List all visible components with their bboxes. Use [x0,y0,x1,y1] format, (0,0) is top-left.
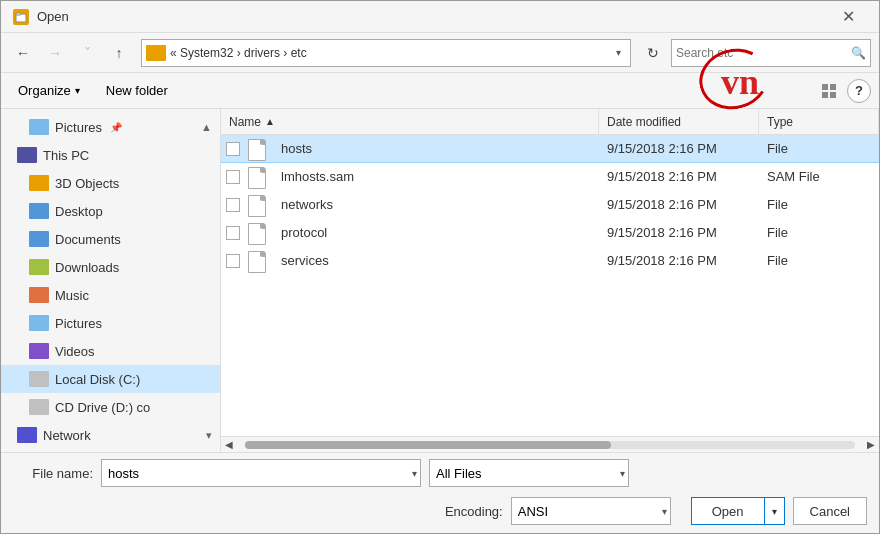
sidebar-item-videos[interactable]: Videos [1,337,220,365]
sidebar-item-documents[interactable]: Documents [1,225,220,253]
file-type-networks: File [759,197,879,212]
sidebar-label-pictures2: Pictures [55,316,102,331]
back-button[interactable]: ← [9,39,37,67]
bottom-panel: File name: ▾ All Files Text Files (*.txt… [1,452,879,533]
address-path: « System32 › drivers › etc [170,46,610,60]
forward-button: → [41,39,69,67]
organize-button[interactable]: Organize ▾ [9,78,89,103]
organize-label: Organize [18,83,71,98]
search-input[interactable] [676,46,851,60]
file-icon-lmhosts [245,167,269,187]
open-dropdown-button[interactable]: ▾ [765,497,785,525]
close-button[interactable]: ✕ [825,1,871,33]
checkbox-hosts[interactable] [226,142,240,156]
file-item-services[interactable]: services 9/15/2018 2:16 PM File [221,247,879,275]
filetype-select[interactable]: All Files Text Files (*.txt) Log Files (… [429,459,629,487]
scroll-up-arrow[interactable]: ▲ [201,121,212,133]
scrollbar-track[interactable] [245,441,855,449]
encoding-wrapper: ANSI UTF-8 Unicode ▾ [511,497,671,525]
sidebar-item-pictures-top[interactable]: Pictures 📌 ▲ [1,113,220,141]
file-checkbox-networks[interactable] [221,198,245,212]
sidebar-label-desktop: Desktop [55,204,103,219]
main-content: Pictures 📌 ▲ This PC 3D Objects Desktop [1,109,879,452]
sidebar-label-documents: Documents [55,232,121,247]
scroll-right-arrow[interactable]: ▶ [863,437,879,453]
scroll-left-arrow[interactable]: ◀ [221,437,237,453]
sidebar-item-downloads[interactable]: Downloads [1,253,220,281]
file-checkbox-lmhosts[interactable] [221,170,245,184]
file-type-protocol: File [759,225,879,240]
up-button[interactable]: ↑ [105,39,133,67]
address-toolbar: ← → ˅ ↑ « System32 › drivers › etc ▾ ↻ 🔍 [1,33,879,73]
file-checkbox-hosts[interactable] [221,142,245,156]
sidebar-item-pictures2[interactable]: Pictures [1,309,220,337]
checkbox-protocol[interactable] [226,226,240,240]
encoding-select[interactable]: ANSI UTF-8 Unicode [511,497,671,525]
file-list-header: Name ▲ Date modified Type [221,109,879,135]
col-header-name[interactable]: Name ▲ [221,109,599,134]
cancel-button[interactable]: Cancel [793,497,867,525]
address-bar[interactable]: « System32 › drivers › etc ▾ [141,39,631,67]
file-list-container: Name ▲ Date modified Type [221,109,879,452]
svg-rect-4 [822,92,828,98]
search-icon[interactable]: 🔍 [851,46,866,60]
refresh-button[interactable]: ↻ [639,39,667,67]
file-icon-protocol [245,223,269,243]
sort-arrow-icon: ▲ [265,116,275,127]
downloads-icon [29,259,49,275]
sidebar-item-this-pc[interactable]: This PC [1,141,220,169]
file-item-hosts[interactable]: hosts 9/15/2018 2:16 PM File [221,135,879,163]
file-item-lmhosts[interactable]: lmhosts.sam 9/15/2018 2:16 PM SAM File [221,163,879,191]
filename-label: File name: [13,466,93,481]
file-name-lmhosts: lmhosts.sam [273,169,599,184]
svg-rect-1 [16,13,21,15]
scrollbar-thumb[interactable] [245,441,611,449]
address-dropdown-arrow[interactable]: ▾ [610,47,626,58]
videos-icon [29,343,49,359]
search-bar[interactable]: 🔍 [671,39,871,67]
help-button[interactable]: ? [847,79,871,103]
new-folder-button[interactable]: New folder [97,78,177,103]
sidebar-label-music: Music [55,288,89,303]
sidebar-item-music[interactable]: Music [1,281,220,309]
sidebar-item-network[interactable]: Network ▾ [1,421,220,449]
sidebar-item-3d-objects[interactable]: 3D Objects [1,169,220,197]
open-button[interactable]: Open [691,497,765,525]
sidebar-item-desktop[interactable]: Desktop [1,197,220,225]
horizontal-scrollbar[interactable]: ◀ ▶ [221,436,879,452]
file-item-networks[interactable]: networks 9/15/2018 2:16 PM File [221,191,879,219]
3d-objects-icon [29,175,49,191]
pin-icon: 📌 [110,122,122,133]
file-checkbox-protocol[interactable] [221,226,245,240]
col-header-type[interactable]: Type [759,109,879,134]
col-header-date[interactable]: Date modified [599,109,759,134]
sidebar: Pictures 📌 ▲ This PC 3D Objects Desktop [1,109,221,452]
title-bar-left: Open [13,9,69,25]
file-list-scroll[interactable]: hosts 9/15/2018 2:16 PM File lmhosts.sam… [221,135,879,436]
pictures-icon [29,119,49,135]
file-type-lmhosts: SAM File [759,169,879,184]
action-buttons: Open ▾ Cancel [691,497,867,525]
encoding-row: Encoding: ANSI UTF-8 Unicode ▾ Open ▾ Ca… [1,493,879,533]
svg-rect-2 [822,84,828,90]
toolbar2-right: ? [815,77,871,105]
sidebar-label-downloads: Downloads [55,260,119,275]
checkbox-lmhosts[interactable] [226,170,240,184]
sidebar-label-pictures-top: Pictures [55,120,102,135]
file-type-hosts: File [759,141,879,156]
dialog-title: Open [37,9,69,24]
sidebar-item-cd-drive[interactable]: CD Drive (D:) co [1,393,220,421]
sidebar-item-local-disk[interactable]: Local Disk (C:) [1,365,220,393]
view-button[interactable] [815,77,843,105]
filename-input[interactable] [101,459,421,487]
checkbox-services[interactable] [226,254,240,268]
filetype-wrapper: All Files Text Files (*.txt) Log Files (… [429,459,629,487]
file-name-services: services [273,253,599,268]
file-item-protocol[interactable]: protocol 9/15/2018 2:16 PM File [221,219,879,247]
checkbox-networks[interactable] [226,198,240,212]
filename-row: File name: ▾ All Files Text Files (*.txt… [1,453,879,493]
this-pc-icon [17,147,37,163]
scroll-down-indicator: ▾ [206,429,212,442]
file-checkbox-services[interactable] [221,254,245,268]
sidebar-label-local-disk: Local Disk (C:) [55,372,140,387]
